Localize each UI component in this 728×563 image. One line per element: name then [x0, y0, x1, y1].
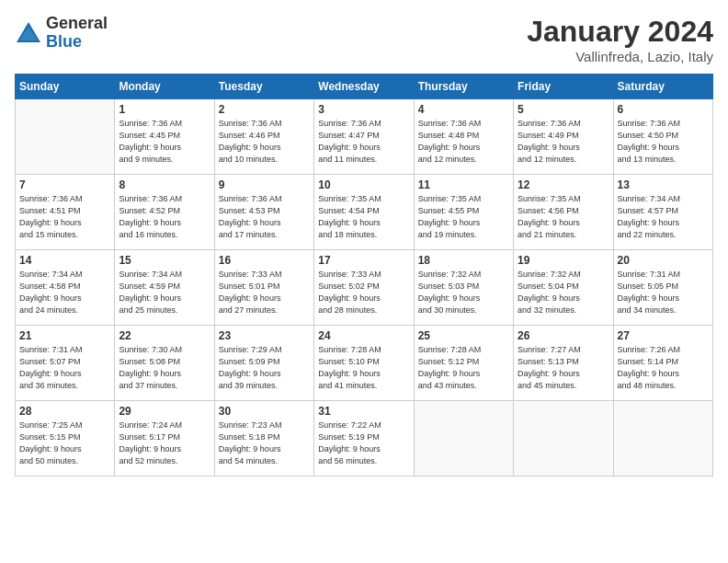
- day-number: 27: [618, 329, 709, 342]
- calendar-cell: 1 Sunrise: 7:36 AM Sunset: 4:45 PM Dayli…: [115, 99, 214, 175]
- day-number: 6: [618, 103, 709, 116]
- day-number: 3: [318, 103, 409, 116]
- calendar-week-0: 1 Sunrise: 7:36 AM Sunset: 4:45 PM Dayli…: [16, 99, 713, 175]
- month-title: January 2024: [527, 15, 713, 49]
- day-info: Sunrise: 7:29 AM Sunset: 5:09 PM Dayligh…: [219, 344, 310, 392]
- calendar-cell: 2 Sunrise: 7:36 AM Sunset: 4:46 PM Dayli…: [214, 99, 313, 175]
- calendar-cell: 27 Sunrise: 7:26 AM Sunset: 5:14 PM Dayl…: [613, 326, 712, 401]
- calendar-cell: [514, 401, 613, 477]
- day-number: 4: [418, 103, 509, 116]
- day-number: 17: [318, 254, 409, 267]
- day-info: Sunrise: 7:34 AM Sunset: 4:59 PM Dayligh…: [119, 269, 210, 316]
- day-number: 25: [418, 329, 509, 342]
- day-info: Sunrise: 7:35 AM Sunset: 4:55 PM Dayligh…: [418, 193, 509, 241]
- calendar-cell: 11 Sunrise: 7:35 AM Sunset: 4:55 PM Dayl…: [414, 175, 513, 250]
- calendar-week-2: 14 Sunrise: 7:34 AM Sunset: 4:58 PM Dayl…: [16, 250, 713, 326]
- day-info: Sunrise: 7:22 AM Sunset: 5:19 PM Dayligh…: [318, 419, 409, 467]
- header: General Blue January 2024 Vallinfreda, L…: [15, 15, 713, 64]
- day-number: 22: [119, 329, 210, 342]
- day-info: Sunrise: 7:36 AM Sunset: 4:52 PM Dayligh…: [119, 193, 210, 241]
- location: Vallinfreda, Lazio, Italy: [527, 49, 713, 64]
- day-info: Sunrise: 7:34 AM Sunset: 4:57 PM Dayligh…: [618, 193, 709, 241]
- calendar-cell: 28 Sunrise: 7:25 AM Sunset: 5:15 PM Dayl…: [16, 401, 115, 477]
- day-info: Sunrise: 7:33 AM Sunset: 5:01 PM Dayligh…: [219, 269, 310, 316]
- day-info: Sunrise: 7:33 AM Sunset: 5:02 PM Dayligh…: [318, 269, 409, 316]
- day-number: 10: [318, 178, 409, 191]
- day-number: 12: [518, 178, 609, 191]
- day-number: 7: [19, 178, 110, 191]
- logo-general-text: General: [46, 15, 108, 33]
- calendar-table: SundayMondayTuesdayWednesdayThursdayFrid…: [15, 74, 713, 477]
- day-number: 24: [318, 329, 409, 342]
- calendar-cell: 15 Sunrise: 7:34 AM Sunset: 4:59 PM Dayl…: [115, 250, 214, 326]
- weekday-header-wednesday: Wednesday: [314, 75, 414, 99]
- title-block: January 2024 Vallinfreda, Lazio, Italy: [527, 15, 713, 64]
- calendar-cell: 22 Sunrise: 7:30 AM Sunset: 5:08 PM Dayl…: [115, 326, 214, 401]
- calendar-week-1: 7 Sunrise: 7:36 AM Sunset: 4:51 PM Dayli…: [16, 175, 713, 250]
- weekday-header-friday: Friday: [514, 75, 613, 99]
- day-info: Sunrise: 7:36 AM Sunset: 4:48 PM Dayligh…: [418, 118, 509, 166]
- day-info: Sunrise: 7:28 AM Sunset: 5:10 PM Dayligh…: [318, 344, 409, 392]
- calendar-cell: 16 Sunrise: 7:33 AM Sunset: 5:01 PM Dayl…: [214, 250, 313, 326]
- logo-blue-text: Blue: [46, 33, 108, 52]
- day-number: 20: [618, 254, 709, 267]
- calendar-cell: 4 Sunrise: 7:36 AM Sunset: 4:48 PM Dayli…: [414, 99, 513, 175]
- day-info: Sunrise: 7:30 AM Sunset: 5:08 PM Dayligh…: [119, 344, 210, 392]
- day-number: 23: [219, 329, 310, 342]
- calendar-cell: [16, 99, 115, 175]
- day-number: 13: [618, 178, 709, 191]
- calendar-cell: 9 Sunrise: 7:36 AM Sunset: 4:53 PM Dayli…: [214, 175, 313, 250]
- logo: General Blue: [15, 15, 108, 52]
- calendar-header-row: SundayMondayTuesdayWednesdayThursdayFrid…: [16, 75, 713, 99]
- day-number: 2: [219, 103, 310, 116]
- calendar-cell: 20 Sunrise: 7:31 AM Sunset: 5:05 PM Dayl…: [613, 250, 712, 326]
- calendar-cell: 13 Sunrise: 7:34 AM Sunset: 4:57 PM Dayl…: [613, 175, 712, 250]
- calendar-cell: 10 Sunrise: 7:35 AM Sunset: 4:54 PM Dayl…: [314, 175, 414, 250]
- calendar-week-4: 28 Sunrise: 7:25 AM Sunset: 5:15 PM Dayl…: [16, 401, 713, 477]
- day-info: Sunrise: 7:36 AM Sunset: 4:53 PM Dayligh…: [219, 193, 310, 241]
- calendar-cell: 26 Sunrise: 7:27 AM Sunset: 5:13 PM Dayl…: [514, 326, 613, 401]
- weekday-header-monday: Monday: [115, 75, 214, 99]
- calendar-cell: 21 Sunrise: 7:31 AM Sunset: 5:07 PM Dayl…: [16, 326, 115, 401]
- calendar-cell: 5 Sunrise: 7:36 AM Sunset: 4:49 PM Dayli…: [514, 99, 613, 175]
- day-number: 5: [518, 103, 609, 116]
- day-number: 28: [19, 405, 110, 418]
- calendar-cell: 8 Sunrise: 7:36 AM Sunset: 4:52 PM Dayli…: [115, 175, 214, 250]
- day-number: 15: [119, 254, 210, 267]
- day-number: 21: [19, 329, 110, 342]
- day-info: Sunrise: 7:32 AM Sunset: 5:03 PM Dayligh…: [418, 269, 509, 316]
- calendar-cell: 14 Sunrise: 7:34 AM Sunset: 4:58 PM Dayl…: [16, 250, 115, 326]
- day-info: Sunrise: 7:25 AM Sunset: 5:15 PM Dayligh…: [19, 419, 110, 467]
- calendar-week-3: 21 Sunrise: 7:31 AM Sunset: 5:07 PM Dayl…: [16, 326, 713, 401]
- day-info: Sunrise: 7:28 AM Sunset: 5:12 PM Dayligh…: [418, 344, 509, 392]
- day-number: 31: [318, 405, 409, 418]
- weekday-header-saturday: Saturday: [613, 75, 712, 99]
- calendar-cell: [414, 401, 513, 477]
- calendar-cell: 17 Sunrise: 7:33 AM Sunset: 5:02 PM Dayl…: [314, 250, 414, 326]
- calendar-cell: 31 Sunrise: 7:22 AM Sunset: 5:19 PM Dayl…: [314, 401, 414, 477]
- day-info: Sunrise: 7:26 AM Sunset: 5:14 PM Dayligh…: [618, 344, 709, 392]
- day-info: Sunrise: 7:35 AM Sunset: 4:54 PM Dayligh…: [318, 193, 409, 241]
- day-number: 19: [518, 254, 609, 267]
- day-number: 8: [119, 178, 210, 191]
- weekday-header-tuesday: Tuesday: [214, 75, 313, 99]
- day-info: Sunrise: 7:36 AM Sunset: 4:50 PM Dayligh…: [618, 118, 709, 166]
- day-info: Sunrise: 7:36 AM Sunset: 4:49 PM Dayligh…: [518, 118, 609, 166]
- day-info: Sunrise: 7:23 AM Sunset: 5:18 PM Dayligh…: [219, 419, 310, 467]
- day-info: Sunrise: 7:32 AM Sunset: 5:04 PM Dayligh…: [518, 269, 609, 316]
- day-info: Sunrise: 7:31 AM Sunset: 5:07 PM Dayligh…: [19, 344, 110, 392]
- calendar-cell: 23 Sunrise: 7:29 AM Sunset: 5:09 PM Dayl…: [214, 326, 313, 401]
- day-number: 14: [19, 254, 110, 267]
- day-info: Sunrise: 7:24 AM Sunset: 5:17 PM Dayligh…: [119, 419, 210, 467]
- calendar-cell: 7 Sunrise: 7:36 AM Sunset: 4:51 PM Dayli…: [16, 175, 115, 250]
- day-info: Sunrise: 7:34 AM Sunset: 4:58 PM Dayligh…: [19, 269, 110, 316]
- logo-text: General Blue: [46, 15, 108, 52]
- calendar-cell: 29 Sunrise: 7:24 AM Sunset: 5:17 PM Dayl…: [115, 401, 214, 477]
- calendar-cell: 24 Sunrise: 7:28 AM Sunset: 5:10 PM Dayl…: [314, 326, 414, 401]
- page: General Blue January 2024 Vallinfreda, L…: [0, 0, 728, 563]
- calendar-cell: 30 Sunrise: 7:23 AM Sunset: 5:18 PM Dayl…: [214, 401, 313, 477]
- day-number: 26: [518, 329, 609, 342]
- day-number: 30: [219, 405, 310, 418]
- day-number: 16: [219, 254, 310, 267]
- day-info: Sunrise: 7:31 AM Sunset: 5:05 PM Dayligh…: [618, 269, 709, 316]
